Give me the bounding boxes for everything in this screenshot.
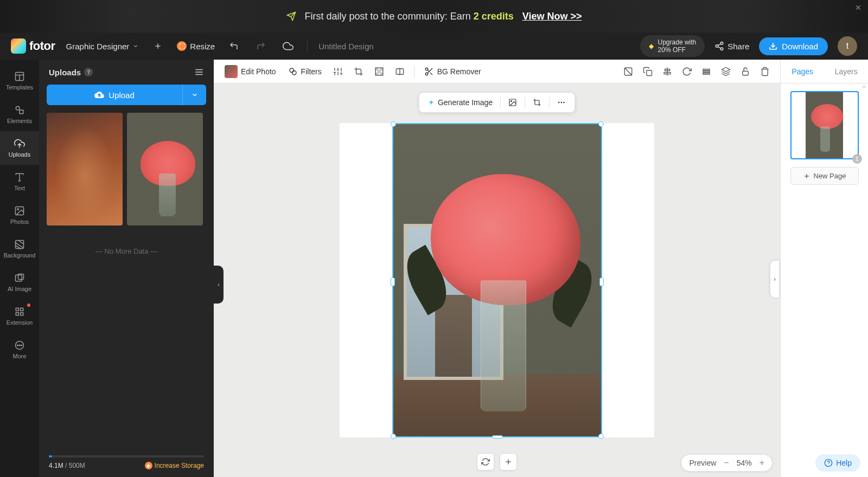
- nav-templates[interactable]: Templates: [0, 64, 39, 98]
- svg-point-72: [563, 102, 565, 104]
- more-options-button[interactable]: [554, 96, 569, 109]
- svg-line-6: [718, 44, 721, 46]
- tab-pages[interactable]: Pages: [781, 60, 825, 83]
- resize-handle[interactable]: [599, 278, 604, 286]
- nav-extension[interactable]: Extension: [0, 299, 39, 333]
- crop-image-button[interactable]: [529, 96, 545, 109]
- share-button[interactable]: Share: [714, 41, 749, 51]
- filters-button[interactable]: Filters: [284, 63, 326, 80]
- svg-point-34: [290, 68, 294, 73]
- zoom-level[interactable]: 54%: [737, 459, 752, 467]
- mode-selector[interactable]: Graphic Designer: [66, 42, 139, 51]
- preview-button[interactable]: Preview: [689, 459, 716, 467]
- nav-background[interactable]: Background: [0, 232, 39, 266]
- fit-button[interactable]: [477, 453, 494, 470]
- position-button[interactable]: [698, 63, 715, 80]
- gem-icon: ◆: [145, 462, 152, 469]
- lock-button[interactable]: [737, 63, 754, 80]
- resize-handle[interactable]: [598, 434, 604, 439]
- upgrade-line2: 20% OFF: [658, 46, 697, 54]
- user-avatar[interactable]: t: [838, 36, 857, 56]
- upgrade-button[interactable]: ◆ Upgrade with 20% OFF: [640, 35, 705, 57]
- brand-logo[interactable]: fotor: [11, 38, 55, 54]
- nav-photos[interactable]: Photos: [0, 198, 39, 232]
- edit-photo-button[interactable]: Edit Photo: [220, 62, 280, 81]
- upload-thumbnail[interactable]: [47, 113, 123, 225]
- increase-storage-button[interactable]: ◆ Increase Storage: [145, 462, 204, 469]
- transparency-button[interactable]: [371, 63, 388, 80]
- nav-uploads[interactable]: Uploads: [0, 131, 39, 165]
- cloud-upload-icon: [94, 90, 104, 100]
- align-button[interactable]: [659, 63, 676, 80]
- delete-button[interactable]: [756, 63, 774, 80]
- nav-more[interactable]: More: [0, 333, 39, 366]
- nav-elements[interactable]: Elements: [0, 98, 39, 131]
- artboard[interactable]: [340, 123, 654, 437]
- nav-text[interactable]: Text: [0, 165, 39, 198]
- opacity-button[interactable]: [620, 63, 637, 80]
- cloud-sync-button[interactable]: [280, 38, 296, 54]
- svg-line-5: [718, 47, 721, 48]
- tab-layers[interactable]: Layers: [825, 60, 869, 83]
- replace-image-button[interactable]: [505, 96, 520, 109]
- nav-label: Extension: [7, 319, 33, 326]
- canvas-viewport[interactable]: ✦ Generate Image: [214, 83, 780, 477]
- share-icon: [714, 41, 724, 51]
- adjust-button[interactable]: [329, 63, 347, 80]
- resize-button[interactable]: ⛶ Resize: [177, 41, 215, 51]
- download-button[interactable]: Download: [759, 37, 828, 55]
- help-label: Help: [836, 459, 852, 467]
- resize-handle[interactable]: [391, 434, 396, 439]
- resize-handle[interactable]: [598, 121, 604, 127]
- nav-rail: Templates Elements Uploads Text Photos B…: [0, 60, 39, 477]
- chevron-down-icon: [132, 43, 139, 49]
- duplicate-button[interactable]: [639, 63, 656, 80]
- new-page-button[interactable]: New Page: [790, 167, 859, 185]
- sparkle-icon: ✦: [428, 98, 435, 107]
- resize-handle[interactable]: [391, 278, 395, 286]
- redo-button[interactable]: [253, 38, 269, 54]
- add-button[interactable]: [150, 38, 166, 54]
- nav-ai-image[interactable]: AI Image: [0, 266, 39, 299]
- pages-expand-handle[interactable]: ›: [770, 260, 780, 298]
- svg-rect-23: [16, 308, 18, 311]
- page-thumbnail[interactable]: [790, 91, 859, 159]
- extension-icon: [14, 306, 25, 317]
- help-button[interactable]: Help: [815, 454, 860, 472]
- zoom-out-button[interactable]: −: [724, 458, 729, 468]
- flip-button[interactable]: [391, 63, 409, 80]
- mode-label: Graphic Designer: [66, 42, 130, 51]
- resize-handle[interactable]: [492, 435, 503, 439]
- scissors-icon: [424, 67, 434, 76]
- new-page-label: New Page: [814, 172, 846, 180]
- svg-rect-63: [703, 69, 710, 70]
- collapse-icon[interactable]: ›‹: [862, 83, 866, 89]
- svg-point-69: [511, 101, 512, 102]
- undo-button[interactable]: [226, 38, 242, 54]
- crop-button[interactable]: [350, 63, 367, 80]
- add-page-button[interactable]: [500, 453, 517, 470]
- divider: [549, 97, 550, 108]
- banner-cta-link[interactable]: View Now >>: [522, 11, 582, 22]
- panel-menu-button[interactable]: [194, 67, 204, 77]
- banner-text: First daily post to the community: Earn …: [305, 11, 514, 22]
- storage-usage: 4.1M / 500M: [49, 462, 85, 469]
- info-icon[interactable]: ?: [84, 68, 93, 76]
- rotate-button[interactable]: [678, 63, 695, 80]
- panel-collapse-handle[interactable]: ‹: [214, 266, 224, 304]
- generate-image-button[interactable]: ✦ Generate Image: [425, 96, 496, 109]
- upload-button[interactable]: Upload: [47, 85, 182, 105]
- layers-button[interactable]: [717, 63, 735, 80]
- close-icon[interactable]: ✕: [855, 3, 861, 12]
- upload-thumbnail[interactable]: [127, 113, 203, 225]
- upload-dropdown[interactable]: [182, 85, 206, 105]
- zoom-in-button[interactable]: +: [760, 458, 764, 468]
- resize-handle[interactable]: [391, 121, 396, 127]
- svg-rect-50: [380, 73, 383, 75]
- document-title[interactable]: Untitled Design: [318, 42, 374, 51]
- upload-label: Upload: [108, 91, 135, 100]
- bg-remover-label: BG Remover: [437, 67, 481, 76]
- plus-icon: [803, 172, 810, 180]
- selected-image[interactable]: [392, 123, 602, 437]
- bg-remover-button[interactable]: BG Remover: [420, 63, 486, 80]
